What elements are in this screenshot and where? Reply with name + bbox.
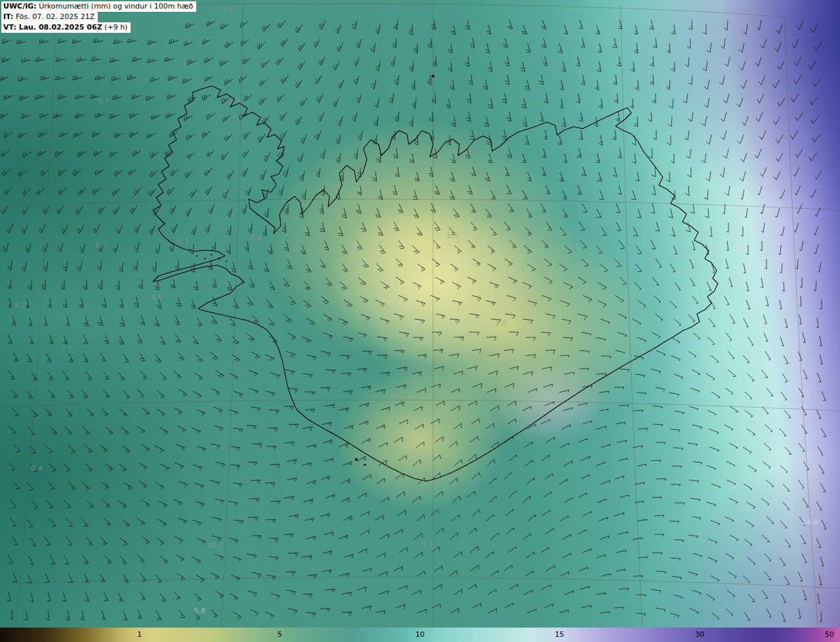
init-time-prefix: IT: [3,12,13,21]
colorbar-tick: 5 [278,630,282,639]
precipitation-field [0,0,840,628]
colorbar-tick: 1 [137,630,142,639]
init-time: IT: Fös. 07. 02. 2025 21Z [1,12,98,22]
title-box: UWC/IG: Úrkomumætti (mm) og vindur i 100… [1,1,196,33]
map-title-text: Úrkomumætti (mm) og vindur i 100m hæð [37,2,194,11]
colorbar-tick: 15 [555,630,564,639]
valid-time: VT: Lau. 08.02.2025 06Z (+9 h) [1,22,131,33]
init-time-text: Fös. 07. 02. 2025 21Z [13,12,94,21]
valid-time-bold: VT: Lau. 08.02.2025 06Z [3,23,102,32]
colorbar-tick: 50 [825,630,834,639]
colorbar-tick: 30 [695,630,704,639]
weather-map: 3.97.73.58.09.13.44.14.67.78.41.91.61.01… [0,0,840,642]
map-title: UWC/IG: Úrkomumætti (mm) og vindur i 100… [1,1,196,12]
model-id: UWC/IG: [3,2,37,11]
valid-time-text: (+9 h) [102,23,128,32]
colorbar-tick: 10 [415,630,425,639]
colorbar: 1510153050 [0,628,840,642]
